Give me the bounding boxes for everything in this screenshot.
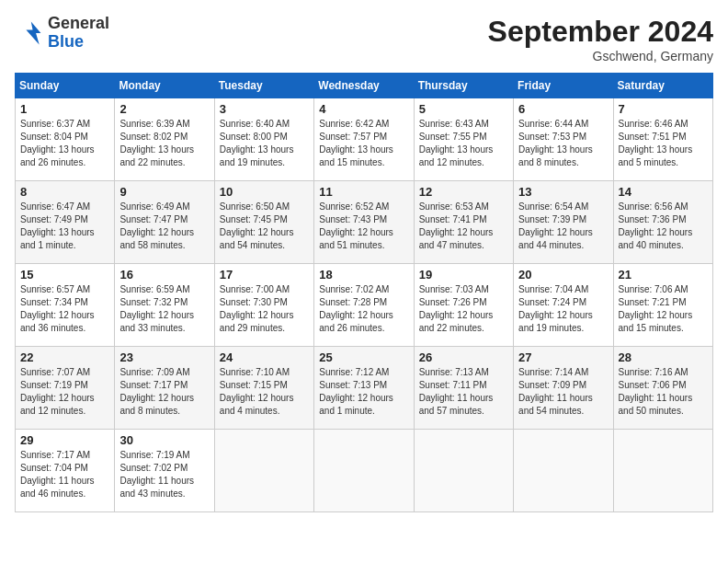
day-detail: Sunrise: 6:59 AM Sunset: 7:32 PM Dayligh…	[119, 283, 209, 335]
calendar-cell: 2Sunrise: 6:39 AM Sunset: 8:02 PM Daylig…	[115, 98, 214, 181]
day-number: 1	[20, 102, 109, 116]
day-number: 24	[220, 350, 309, 364]
day-detail: Sunrise: 6:47 AM Sunset: 7:49 PM Dayligh…	[20, 201, 109, 252]
week-row: 8Sunrise: 6:47 AM Sunset: 7:49 PM Daylig…	[16, 181, 713, 264]
week-row: 15Sunrise: 6:57 AM Sunset: 7:34 PM Dayli…	[16, 264, 713, 347]
logo-icon	[15, 18, 44, 48]
day-number: 7	[619, 102, 708, 116]
calendar-cell: 15Sunrise: 6:57 AM Sunset: 7:34 PM Dayli…	[16, 264, 115, 347]
day-detail: Sunrise: 7:07 AM Sunset: 7:19 PM Dayligh…	[20, 366, 109, 418]
logo-blue: Blue	[48, 33, 109, 52]
calendar-cell: 3Sunrise: 6:40 AM Sunset: 8:00 PM Daylig…	[214, 98, 313, 181]
day-detail: Sunrise: 7:19 AM Sunset: 7:02 PM Dayligh…	[119, 449, 209, 500]
calendar-cell: 19Sunrise: 7:03 AM Sunset: 7:26 PM Dayli…	[414, 264, 513, 347]
day-detail: Sunrise: 7:06 AM Sunset: 7:21 PM Dayligh…	[619, 283, 708, 335]
day-detail: Sunrise: 6:49 AM Sunset: 7:47 PM Dayligh…	[119, 201, 209, 252]
logo-general: General	[48, 15, 109, 33]
day-detail: Sunrise: 7:17 AM Sunset: 7:04 PM Dayligh…	[20, 449, 109, 500]
calendar-cell: 26Sunrise: 7:13 AM Sunset: 7:11 PM Dayli…	[414, 347, 513, 430]
calendar-cell	[514, 430, 613, 512]
calendar-cell: 27Sunrise: 7:14 AM Sunset: 7:09 PM Dayli…	[514, 347, 613, 430]
day-number: 19	[419, 268, 508, 282]
day-detail: Sunrise: 6:43 AM Sunset: 7:55 PM Dayligh…	[419, 118, 508, 169]
day-detail: Sunrise: 7:03 AM Sunset: 7:26 PM Dayligh…	[419, 283, 508, 335]
day-number: 17	[220, 268, 309, 282]
day-detail: Sunrise: 7:10 AM Sunset: 7:15 PM Dayligh…	[220, 366, 309, 418]
calendar-cell: 11Sunrise: 6:52 AM Sunset: 7:43 PM Dayli…	[314, 181, 414, 264]
day-number: 10	[220, 185, 309, 199]
calendar-cell: 8Sunrise: 6:47 AM Sunset: 7:49 PM Daylig…	[16, 181, 115, 264]
calendar-cell: 18Sunrise: 7:02 AM Sunset: 7:28 PM Dayli…	[314, 264, 414, 347]
col-header-tuesday: Tuesday	[214, 74, 313, 98]
calendar-cell: 16Sunrise: 6:59 AM Sunset: 7:32 PM Dayli…	[115, 264, 214, 347]
header: General Blue September 2024 Gschwend, Ge…	[15, 15, 713, 63]
calendar-cell: 6Sunrise: 6:44 AM Sunset: 7:53 PM Daylig…	[514, 98, 613, 181]
day-detail: Sunrise: 7:00 AM Sunset: 7:30 PM Dayligh…	[220, 283, 309, 335]
day-detail: Sunrise: 6:42 AM Sunset: 7:57 PM Dayligh…	[319, 118, 408, 169]
title-area: September 2024 Gschwend, Germany	[488, 15, 713, 63]
day-detail: Sunrise: 7:16 AM Sunset: 7:06 PM Dayligh…	[619, 366, 708, 418]
day-number: 30	[119, 433, 209, 447]
day-number: 22	[20, 350, 109, 364]
day-number: 28	[619, 350, 708, 364]
day-number: 2	[119, 102, 209, 116]
day-detail: Sunrise: 6:50 AM Sunset: 7:45 PM Dayligh…	[220, 201, 309, 252]
col-header-monday: Monday	[115, 74, 214, 98]
day-number: 16	[119, 268, 209, 282]
day-detail: Sunrise: 7:13 AM Sunset: 7:11 PM Dayligh…	[419, 366, 508, 418]
day-number: 9	[119, 185, 209, 199]
day-number: 12	[419, 185, 508, 199]
week-row: 29Sunrise: 7:17 AM Sunset: 7:04 PM Dayli…	[16, 430, 713, 512]
day-detail: Sunrise: 6:53 AM Sunset: 7:41 PM Dayligh…	[419, 201, 508, 252]
calendar-cell: 7Sunrise: 6:46 AM Sunset: 7:51 PM Daylig…	[613, 98, 712, 181]
calendar-table: SundayMondayTuesdayWednesdayThursdayFrid…	[15, 73, 713, 512]
day-detail: Sunrise: 6:52 AM Sunset: 7:43 PM Dayligh…	[319, 201, 408, 252]
day-number: 20	[518, 268, 608, 282]
svg-marker-0	[26, 21, 40, 44]
calendar-cell: 22Sunrise: 7:07 AM Sunset: 7:19 PM Dayli…	[16, 347, 115, 430]
day-number: 14	[619, 185, 708, 199]
day-detail: Sunrise: 6:54 AM Sunset: 7:39 PM Dayligh…	[518, 201, 608, 252]
calendar-cell: 20Sunrise: 7:04 AM Sunset: 7:24 PM Dayli…	[514, 264, 613, 347]
calendar-cell: 12Sunrise: 6:53 AM Sunset: 7:41 PM Dayli…	[414, 181, 513, 264]
week-row: 22Sunrise: 7:07 AM Sunset: 7:19 PM Dayli…	[16, 347, 713, 430]
day-detail: Sunrise: 7:04 AM Sunset: 7:24 PM Dayligh…	[518, 283, 608, 335]
calendar-cell: 5Sunrise: 6:43 AM Sunset: 7:55 PM Daylig…	[414, 98, 513, 181]
col-header-wednesday: Wednesday	[314, 74, 414, 98]
calendar-cell: 23Sunrise: 7:09 AM Sunset: 7:17 PM Dayli…	[115, 347, 214, 430]
col-header-saturday: Saturday	[613, 74, 712, 98]
day-detail: Sunrise: 6:39 AM Sunset: 8:02 PM Dayligh…	[119, 118, 209, 169]
calendar-cell: 28Sunrise: 7:16 AM Sunset: 7:06 PM Dayli…	[613, 347, 712, 430]
calendar-cell: 25Sunrise: 7:12 AM Sunset: 7:13 PM Dayli…	[314, 347, 414, 430]
calendar-cell: 24Sunrise: 7:10 AM Sunset: 7:15 PM Dayli…	[214, 347, 313, 430]
calendar-cell: 4Sunrise: 6:42 AM Sunset: 7:57 PM Daylig…	[314, 98, 414, 181]
calendar-cell	[613, 430, 712, 512]
header-row: SundayMondayTuesdayWednesdayThursdayFrid…	[16, 74, 713, 98]
calendar-cell	[414, 430, 513, 512]
calendar-cell: 17Sunrise: 7:00 AM Sunset: 7:30 PM Dayli…	[214, 264, 313, 347]
day-number: 3	[220, 102, 309, 116]
day-number: 26	[419, 350, 508, 364]
calendar-cell: 14Sunrise: 6:56 AM Sunset: 7:36 PM Dayli…	[613, 181, 712, 264]
col-header-sunday: Sunday	[16, 74, 115, 98]
day-number: 8	[20, 185, 109, 199]
col-header-thursday: Thursday	[414, 74, 513, 98]
day-number: 25	[319, 350, 408, 364]
calendar-cell: 21Sunrise: 7:06 AM Sunset: 7:21 PM Dayli…	[613, 264, 712, 347]
location: Gschwend, Germany	[488, 49, 713, 63]
day-number: 23	[119, 350, 209, 364]
day-detail: Sunrise: 7:02 AM Sunset: 7:28 PM Dayligh…	[319, 283, 408, 335]
day-detail: Sunrise: 6:37 AM Sunset: 8:04 PM Dayligh…	[20, 118, 109, 169]
day-number: 27	[518, 350, 608, 364]
calendar-cell	[314, 430, 414, 512]
week-row: 1Sunrise: 6:37 AM Sunset: 8:04 PM Daylig…	[16, 98, 713, 181]
day-detail: Sunrise: 6:56 AM Sunset: 7:36 PM Dayligh…	[619, 201, 708, 252]
day-number: 18	[319, 268, 408, 282]
month-title: September 2024	[488, 15, 713, 49]
calendar-cell: 1Sunrise: 6:37 AM Sunset: 8:04 PM Daylig…	[16, 98, 115, 181]
day-number: 21	[619, 268, 708, 282]
day-number: 11	[319, 185, 408, 199]
calendar-cell: 30Sunrise: 7:19 AM Sunset: 7:02 PM Dayli…	[115, 430, 214, 512]
logo: General Blue	[15, 15, 109, 52]
day-number: 6	[518, 102, 608, 116]
